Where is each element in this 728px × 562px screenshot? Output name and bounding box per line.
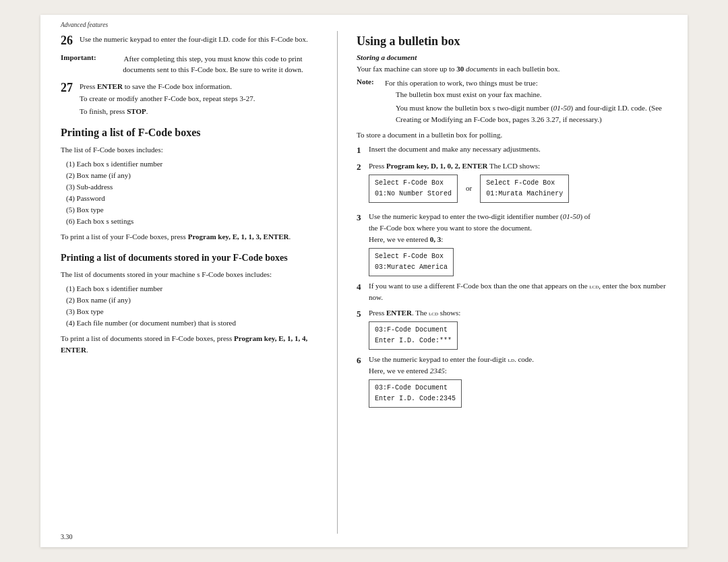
right-step-5-content: Press ENTER. The lcd shows: 03:F-Code Do… (369, 307, 667, 350)
right-step-6-num: 6 (357, 354, 369, 367)
right-column: Using a bulletin box Storing a document … (338, 31, 688, 534)
list-item: (4) Each file number (or document number… (61, 317, 317, 329)
lcd1-line1: Select F-Code Box (375, 179, 444, 187)
note-text: For this operation to work, two things m… (385, 79, 538, 87)
section1-title: Printing a list of F-Code boxes (61, 126, 317, 140)
important-text: After completing this step, you must kno… (109, 53, 317, 75)
breadcrumb: Advanced features (40, 15, 688, 31)
left-column: 26 Use the numeric keypad to enter the f… (40, 31, 337, 534)
step2-text-after: The LCD shows: (487, 162, 540, 170)
lcd6-line1: 03:F-Code Document (375, 384, 448, 392)
right-intro: Your fax machine can store up to 30 docu… (357, 63, 667, 75)
lcd-box-1: Select F-Code Box 01:No Number Stored (369, 175, 458, 203)
list-item: (1) Each box s identifier number (61, 158, 317, 170)
lcd-box-3: Select F-Code Box 03:Muratec America (369, 248, 454, 276)
step4-text: If you want to use a different F-Code bo… (369, 282, 666, 301)
page: Advanced features 26 Use the numeric key… (40, 15, 688, 547)
right-step-5: 5 Press ENTER. The lcd shows: 03:F-Code … (357, 307, 667, 350)
step-27-sub2: To finish, press STOP. (80, 106, 317, 117)
lcd-box-5: 03:F-Code Document Enter I.D. Code:*** (369, 321, 458, 350)
page-number: 3.30 (61, 533, 73, 540)
step-26-content: Use the numeric keypad to enter the four… (80, 34, 317, 48)
right-step-4-num: 4 (357, 280, 369, 293)
list-item: (2) Box name (if any) (61, 294, 317, 306)
right-step-6-content: Use the numeric keypad to enter the four… (369, 354, 667, 408)
section2-list: (1) Each box s identifier number (2) Box… (61, 283, 317, 329)
step2-text-before: Press (369, 162, 386, 170)
section1-intro: The list of F-Code boxes includes: (61, 144, 317, 156)
step-26-num: 26 (61, 34, 80, 48)
important-label: Important: (61, 53, 109, 75)
step-27-content: Press ENTER to save the F-Code box infor… (80, 81, 317, 119)
lcd-row-2: Select F-Code Box 01:No Number Stored or… (369, 175, 667, 203)
note-item-2: You must know the bulletin box s two-dig… (385, 102, 667, 125)
right-step-5-num: 5 (357, 307, 369, 320)
step-27-sub1: To create or modify another F-Code box, … (80, 93, 317, 104)
section2-intro: The list of documents stored in your mac… (61, 269, 317, 280)
step3-text1: Use the numeric keypad to enter the two-… (369, 212, 590, 220)
lcd-box-3-wrap: Select F-Code Box 03:Muratec America (369, 248, 667, 276)
important-text2: documents sent to this F-Code box. Be su… (123, 65, 303, 73)
step3-text3: Here, we ve entered 0, 3: (369, 235, 443, 243)
section1-footer: To print a list of your F-Code boxes, pr… (61, 231, 317, 243)
right-step-1-num: 1 (357, 144, 369, 156)
right-step-3-content: Use the numeric keypad to enter the two-… (369, 211, 667, 276)
right-step-3: 3 Use the numeric keypad to enter the tw… (357, 211, 667, 276)
note-label: Note: (357, 77, 385, 126)
step-26-text: Use the numeric keypad to enter the four… (80, 34, 317, 45)
lcd6-line2: Enter I.D. Code:2345 (375, 395, 456, 402)
note-content: For this operation to work, two things m… (385, 77, 667, 126)
list-item: (3) Sub-address (61, 181, 317, 193)
step6-text1: Use the numeric keypad to enter the four… (369, 355, 534, 363)
list-item: (4) Password (61, 193, 317, 204)
lcd1-line2: 01:No Number Stored (375, 190, 452, 197)
important-block: Important: After completing this step, y… (61, 53, 317, 75)
right-step-3-num: 3 (357, 211, 369, 224)
list-item: (6) Each box s settings (61, 216, 317, 227)
lcd2-line1: Select F-Code Box (486, 179, 555, 187)
right-step-1: 1 Insert the document and make any neces… (357, 144, 667, 156)
list-item: (1) Each box s identifier number (61, 283, 317, 294)
step-27: 27 Press ENTER to save the F-Code box in… (61, 81, 317, 119)
important-text1: After completing this step, you must kno… (124, 55, 303, 63)
lcd5-line1: 03:F-Code Document (375, 326, 448, 334)
step3-text2: the F-Code box where you want to store t… (369, 224, 532, 232)
right-step-6: 6 Use the numeric keypad to enter the fo… (357, 354, 667, 408)
lcd3-line1: Select F-Code Box (375, 253, 444, 260)
right-section-title: Using a bulletin box (357, 34, 667, 49)
step2-bold: Program key, D, 1, 0, 2, ENTER (386, 162, 487, 170)
right-step-1-content: Insert the document and make any necessa… (369, 144, 667, 155)
step-27-num: 27 (61, 81, 80, 119)
to-store-text: To store a document in a bulletin box fo… (357, 129, 667, 141)
right-step-4-content: If you want to use a different F-Code bo… (369, 280, 667, 303)
lcd3-line2: 03:Muratec America (375, 263, 448, 271)
note-item-1: The bulletin box must exist on your fax … (385, 89, 667, 100)
list-item: (5) Box type (61, 204, 317, 216)
section2-title: Printing a list of documents stored in y… (61, 252, 317, 264)
or-label: or (466, 183, 472, 194)
step5-text: Press ENTER. The lcd shows: (369, 309, 460, 317)
right-step-4: 4 If you want to use a different F-Code … (357, 280, 667, 303)
lcd-box-6: 03:F-Code Document Enter I.D. Code:2345 (369, 379, 462, 408)
step-27-text: Press ENTER to save the F-Code box infor… (80, 81, 317, 92)
lcd2-line2: 01:Murata Machinery (486, 190, 563, 197)
list-item: (3) Box type (61, 306, 317, 317)
section1-list: (1) Each box s identifier number (2) Box… (61, 158, 317, 227)
list-item: (2) Box name (if any) (61, 170, 317, 181)
lcd5-line2: Enter I.D. Code:*** (375, 337, 452, 344)
step6-text2: Here, we ve entered 2345: (369, 367, 447, 375)
note-block: Note: For this operation to work, two th… (357, 77, 667, 126)
lcd-box-6-wrap: 03:F-Code Document Enter I.D. Code:2345 (369, 379, 667, 408)
right-step-2-num: 2 (357, 160, 369, 173)
section2-footer: To print a list of documents stored in F… (61, 333, 317, 356)
right-step-2: 2 Press Program key, D, 1, 0, 2, ENTER T… (357, 160, 667, 207)
right-step-2-content: Press Program key, D, 1, 0, 2, ENTER The… (369, 160, 667, 207)
lcd-box-5-wrap: 03:F-Code Document Enter I.D. Code:*** (369, 321, 667, 350)
right-sub-title: Storing a document (357, 53, 667, 61)
step-26: 26 Use the numeric keypad to enter the f… (61, 34, 317, 48)
lcd-box-2: Select F-Code Box 01:Murata Machinery (480, 175, 569, 203)
